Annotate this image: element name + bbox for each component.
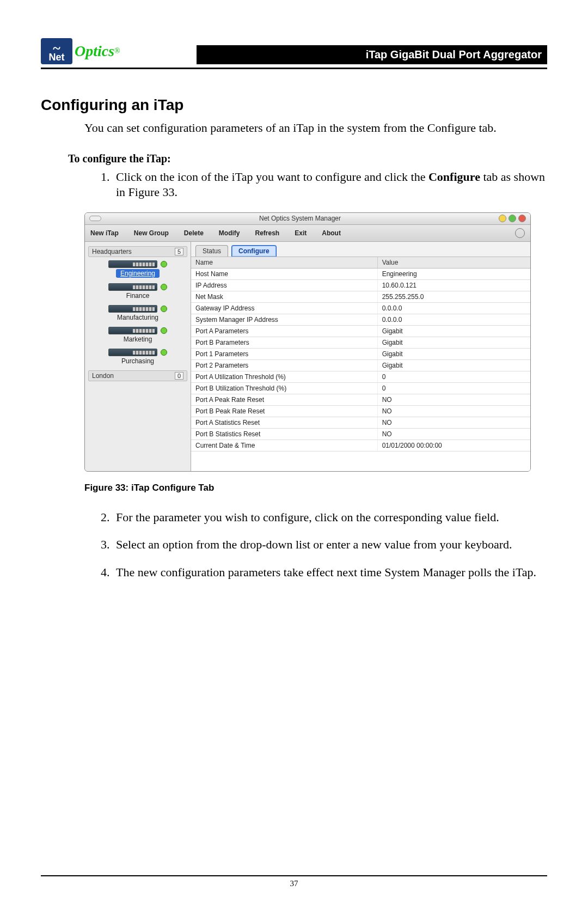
device-tree-sidebar: Headquarters 5 Engineering Finance Manuf… (85, 242, 191, 471)
param-value[interactable]: Gigabit (378, 326, 530, 337)
col-name[interactable]: Name (191, 257, 378, 268)
status-led-icon (161, 327, 167, 334)
table-row[interactable]: Port 2 ParametersGigabit (191, 360, 530, 371)
param-name: Port A Parameters (191, 326, 378, 337)
step-number: 4. (101, 565, 116, 581)
grid-filler (191, 452, 530, 471)
tab-bar: Status Configure (191, 242, 530, 257)
device-label: Marketing (124, 335, 152, 343)
tab-status[interactable]: Status (195, 245, 228, 257)
group-london[interactable]: London 0 (88, 370, 187, 381)
param-value[interactable]: Gigabit (378, 337, 530, 348)
config-grid: Host NameEngineeringIP Address10.60.0.12… (191, 269, 530, 452)
procedure-heading: To configure the iTap: (68, 152, 547, 165)
table-row[interactable]: Port B Statistics ResetNO (191, 429, 530, 440)
menu-delete[interactable]: Delete (184, 229, 204, 237)
param-value[interactable]: NO (378, 394, 530, 405)
step-number: 2. (101, 510, 116, 526)
logo-box: ~ Net (41, 38, 72, 64)
table-row[interactable]: Port B Utilization Threshold (%)0 (191, 383, 530, 394)
step-4: 4. The new configuration parameters take… (101, 565, 547, 581)
table-row[interactable]: Gateway IP Address0.0.0.0 (191, 303, 530, 314)
group-name: Headquarters (92, 248, 132, 255)
step-1: 1. Click on the icon of the iTap you wan… (101, 169, 547, 200)
param-value[interactable]: 0 (378, 371, 530, 382)
param-name: Port B Peak Rate Reset (191, 406, 378, 417)
window-titlebar: Net Optics System Manager (85, 213, 530, 225)
param-value[interactable]: 0.0.0.0 (378, 303, 530, 314)
param-value[interactable]: 10.60.0.121 (378, 280, 530, 291)
param-name: Port B Statistics Reset (191, 429, 378, 440)
menu-modify[interactable]: Modify (219, 229, 240, 237)
group-headquarters[interactable]: Headquarters 5 (88, 246, 187, 257)
step-number: 3. (101, 537, 116, 553)
device-purchasing[interactable]: Purchasing (87, 349, 188, 365)
table-row[interactable]: Net Mask255.255.255.0 (191, 291, 530, 303)
step-3-text: Select an option from the drop-down list… (116, 537, 512, 553)
tilde-icon: ~ (53, 40, 60, 57)
titlebar-pill-icon (89, 216, 101, 221)
reload-icon[interactable] (515, 228, 525, 238)
device-engineering[interactable]: Engineering (87, 260, 188, 278)
table-row[interactable]: Port A Peak Rate ResetNO (191, 394, 530, 406)
param-name: Port B Utilization Threshold (%) (191, 383, 378, 394)
param-name: Port A Peak Rate Reset (191, 394, 378, 405)
table-row[interactable]: Current Date & Time01/01/2000 00:00:00 (191, 440, 530, 452)
product-title-bar: iTap GigaBit Dual Port Aggregator (197, 45, 547, 64)
table-row[interactable]: Port A ParametersGigabit (191, 326, 530, 337)
group-name: London (92, 372, 114, 380)
menu-exit[interactable]: Exit (295, 229, 307, 237)
param-name: Host Name (191, 269, 378, 279)
device-manufacturing[interactable]: Manufacturing (87, 305, 188, 321)
tab-configure[interactable]: Configure (231, 245, 277, 257)
param-value[interactable]: NO (378, 429, 530, 440)
group-count: 0 (175, 372, 183, 380)
param-value[interactable]: Gigabit (378, 349, 530, 359)
step-1-text: Click on the icon of the iTap you want t… (116, 169, 547, 200)
configure-bold: Configure (428, 170, 480, 184)
param-value[interactable]: 01/01/2000 00:00:00 (378, 440, 530, 451)
table-row[interactable]: Port 1 ParametersGigabit (191, 349, 530, 360)
table-row[interactable]: IP Address10.60.0.121 (191, 280, 530, 291)
status-led-icon (161, 349, 167, 356)
table-row[interactable]: Port A Statistics ResetNO (191, 417, 530, 429)
close-icon[interactable] (518, 215, 526, 222)
table-row[interactable]: Port B ParametersGigabit (191, 337, 530, 349)
figure-label-rest: iTap Configure Tab (128, 483, 214, 493)
section-heading: Configuring an iTap (41, 96, 547, 114)
device-icon (108, 260, 157, 268)
step-1-pre: Click on the icon of the iTap you want t… (116, 170, 428, 184)
param-value[interactable]: NO (378, 417, 530, 428)
param-value[interactable]: Gigabit (378, 360, 530, 371)
param-value[interactable]: 255.255.255.0 (378, 291, 530, 302)
figure-label-bold: Figure 33: (84, 483, 128, 493)
param-value[interactable]: NO (378, 406, 530, 417)
param-value[interactable]: 0.0.0.0 (378, 314, 530, 325)
param-name: Port A Statistics Reset (191, 417, 378, 428)
table-row[interactable]: System Manager IP Address0.0.0.0 (191, 314, 530, 326)
group-count: 5 (175, 248, 183, 255)
menu-refresh[interactable]: Refresh (255, 229, 280, 237)
col-value[interactable]: Value (378, 257, 530, 268)
table-row[interactable]: Host NameEngineering (191, 269, 530, 280)
window-title: Net Optics System Manager (101, 215, 499, 222)
minimize-icon[interactable] (499, 215, 506, 222)
step-number: 1. (101, 169, 116, 200)
table-row[interactable]: Port B Peak Rate ResetNO (191, 406, 530, 417)
menu-new-itap[interactable]: New iTap (90, 229, 119, 237)
menu-about[interactable]: About (322, 229, 341, 237)
param-value[interactable]: 0 (378, 383, 530, 394)
status-led-icon (161, 261, 167, 267)
param-name: Port 2 Parameters (191, 360, 378, 371)
header-rule (41, 68, 547, 69)
intro-paragraph: You can set configuration parameters of … (84, 120, 547, 136)
param-value[interactable]: Engineering (378, 269, 530, 279)
step-3: 3. Select an option from the drop-down l… (101, 537, 547, 553)
window-controls[interactable] (499, 215, 526, 222)
device-finance[interactable]: Finance (87, 283, 188, 300)
table-row[interactable]: Port A Utilization Threshold (%)0 (191, 371, 530, 383)
param-name: Port 1 Parameters (191, 349, 378, 359)
zoom-icon[interactable] (509, 215, 516, 222)
device-marketing[interactable]: Marketing (87, 327, 188, 343)
menu-new-group[interactable]: New Group (134, 229, 169, 237)
